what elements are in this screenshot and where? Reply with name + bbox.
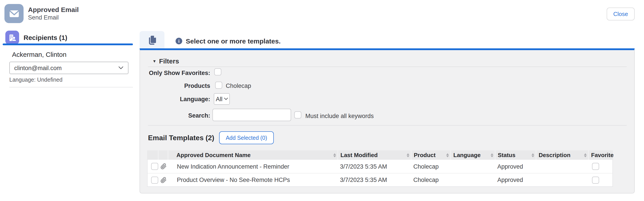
tab-templates[interactable] bbox=[140, 31, 164, 49]
products-filter-label: Products bbox=[140, 83, 210, 89]
last-modified-cell: 3/7/2023 5:35 AM bbox=[338, 177, 410, 183]
page-title: Approved Email bbox=[28, 6, 79, 13]
language-filter-label: Language: bbox=[140, 96, 210, 102]
recipients-header: Recipients (1) bbox=[5, 31, 67, 44]
last-modified-cell: 3/7/2023 5:35 AM bbox=[338, 163, 410, 170]
templates-divider bbox=[148, 125, 627, 126]
filters-section-toggle[interactable]: ▼ Filters bbox=[152, 57, 179, 65]
add-selected-button[interactable]: Add Selected (0) bbox=[219, 131, 274, 144]
recipient-email-value: clinton@mail.com bbox=[14, 65, 62, 71]
sort-arrows-icon[interactable] bbox=[333, 153, 336, 157]
document-name-link[interactable]: Product Overview - No See-Remote HCPs bbox=[169, 177, 337, 183]
column-header-description[interactable]: Description bbox=[536, 150, 588, 160]
product-cell: Cholecap bbox=[411, 163, 450, 170]
favorite-checkbox[interactable] bbox=[592, 163, 599, 170]
instruction-banner: i Select one or more templates. bbox=[176, 37, 281, 45]
templates-documents-icon bbox=[147, 35, 157, 45]
table-row: New Indication Announcement - Reminder 3… bbox=[148, 160, 612, 173]
collapse-caret-icon: ▼ bbox=[152, 59, 156, 63]
row-select-checkbox[interactable] bbox=[151, 163, 158, 170]
chevron-down-icon bbox=[224, 98, 228, 100]
column-header-status[interactable]: Status bbox=[496, 150, 536, 160]
row-select-checkbox[interactable] bbox=[151, 176, 158, 184]
recipient-language-note: Language: Undefined bbox=[9, 77, 62, 83]
instruction-text: Select one or more templates. bbox=[186, 37, 281, 45]
recipients-count-title: Recipients (1) bbox=[24, 34, 67, 41]
recipient-name: Ackerman, Clinton bbox=[12, 51, 66, 58]
filters-divider bbox=[148, 67, 627, 67]
sort-arrows-icon[interactable] bbox=[584, 153, 587, 157]
sort-arrows-icon[interactable] bbox=[491, 153, 493, 157]
table-row: Product Overview - No See-Remote HCPs 3/… bbox=[148, 173, 612, 186]
info-icon: i bbox=[176, 38, 182, 44]
sidebar-divider bbox=[9, 87, 133, 87]
favorite-checkbox[interactable] bbox=[592, 176, 599, 184]
product-cholecap-checkbox[interactable] bbox=[215, 82, 222, 89]
status-cell: Approved bbox=[495, 163, 535, 170]
paperclip-icon bbox=[160, 163, 167, 170]
chevron-down-icon bbox=[118, 66, 124, 70]
approved-email-app-icon bbox=[4, 4, 24, 23]
column-header-last-modified[interactable]: Last Modified bbox=[338, 150, 411, 160]
document-name-link[interactable]: New Indication Announcement - Reminder bbox=[169, 163, 337, 170]
recipient-email-select[interactable]: clinton@mail.com bbox=[9, 62, 128, 74]
select-all-header-cell bbox=[147, 150, 158, 160]
must-include-all-keywords-checkbox[interactable] bbox=[294, 111, 301, 118]
search-filter-label: Search: bbox=[140, 112, 210, 119]
must-include-all-keywords-label: Must include all keywords bbox=[305, 113, 374, 119]
templates-panel: ▼ Filters Only Show Favorites: Products … bbox=[140, 48, 635, 194]
sort-arrows-icon[interactable] bbox=[532, 153, 534, 157]
close-button[interactable]: Close bbox=[607, 7, 635, 20]
templates-table: Approved Document Name Last Modified Pro… bbox=[147, 150, 613, 187]
envelope-icon bbox=[8, 8, 20, 19]
product-cholecap-label: Cholecap bbox=[226, 83, 251, 89]
search-input[interactable] bbox=[212, 109, 291, 121]
status-cell: Approved bbox=[495, 177, 535, 183]
page-subtitle: Send Email bbox=[28, 14, 59, 21]
column-header-product[interactable]: Product bbox=[412, 150, 450, 160]
language-select-value: All bbox=[216, 96, 222, 102]
email-templates-heading: Email Templates (2) bbox=[148, 134, 214, 142]
recipients-contact-icon bbox=[5, 31, 19, 44]
attachment-header-cell bbox=[159, 150, 168, 160]
column-header-language[interactable]: Language bbox=[451, 150, 495, 160]
product-cell: Cholecap bbox=[411, 177, 450, 183]
approved-email-dialog: Approved Email Send Email Close Recipien… bbox=[0, 0, 644, 201]
table-body: New Indication Announcement - Reminder 3… bbox=[147, 160, 613, 187]
favorites-filter-label: Only Show Favorites: bbox=[140, 70, 210, 76]
only-show-favorites-checkbox[interactable] bbox=[214, 68, 221, 75]
sort-arrows-icon[interactable] bbox=[407, 153, 409, 157]
table-header-row: Approved Document Name Last Modified Pro… bbox=[147, 150, 613, 160]
filters-title: Filters bbox=[159, 57, 179, 65]
sort-arrows-icon[interactable] bbox=[446, 153, 449, 157]
recipients-active-underline bbox=[3, 43, 133, 45]
paperclip-icon bbox=[160, 177, 167, 183]
column-header-favorite: Favorite bbox=[589, 150, 613, 160]
language-select[interactable]: All bbox=[214, 93, 230, 105]
column-header-name[interactable]: Approved Document Name bbox=[168, 150, 337, 160]
